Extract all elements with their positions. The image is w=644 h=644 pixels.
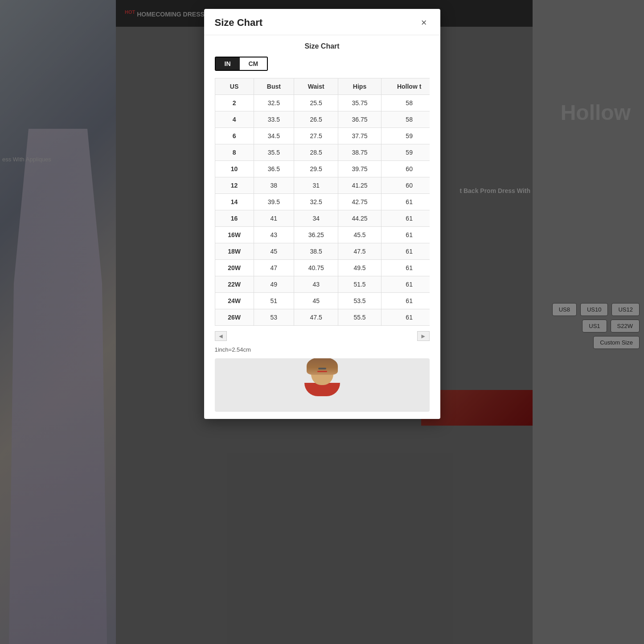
size-table: US Bust Waist Hips Hollow t 2 32.5 25.5 …: [215, 78, 430, 326]
cell-us: 14: [215, 194, 254, 210]
table-row: 22W 49 43 51.5 61: [215, 276, 430, 293]
cell-us: 16: [215, 210, 254, 227]
table-row: 18W 45 38.5 47.5 61: [215, 243, 430, 260]
conversion-note: 1inch=2.54cm: [204, 343, 440, 358]
cell-waist: 45: [294, 293, 338, 309]
cell-hips: 51.5: [338, 276, 381, 293]
modal-header: Size Chart ×: [204, 9, 440, 35]
cell-hips: 55.5: [338, 309, 381, 326]
cell-hips: 35.75: [338, 95, 381, 111]
size-chart-modal: Size Chart × Size Chart IN CM US: [204, 9, 440, 419]
cell-waist: 36.25: [294, 227, 338, 243]
cell-bust: 47: [254, 260, 294, 276]
cell-bust: 33.5: [254, 111, 294, 128]
cell-bust: 49: [254, 276, 294, 293]
cell-us: 18W: [215, 243, 254, 260]
cell-us: 20W: [215, 260, 254, 276]
cell-bust: 32.5: [254, 95, 294, 111]
modal-close-button[interactable]: ×: [418, 17, 430, 29]
cell-waist: 34: [294, 210, 338, 227]
table-row: 14 39.5 32.5 42.75 61: [215, 194, 430, 210]
cell-hollow: 61: [381, 309, 429, 326]
cell-hips: 41.25: [338, 177, 381, 194]
cell-hollow: 58: [381, 95, 429, 111]
cell-waist: 32.5: [294, 194, 338, 210]
cell-bust: 36.5: [254, 161, 294, 177]
cell-hollow: 61: [381, 260, 429, 276]
cell-bust: 43: [254, 227, 294, 243]
cell-bust: 41: [254, 210, 294, 227]
unit-in-button[interactable]: IN: [216, 57, 240, 70]
cell-hollow: 60: [381, 177, 429, 194]
cell-hollow: 61: [381, 293, 429, 309]
cell-hips: 45.5: [338, 227, 381, 243]
cell-waist: 47.5: [294, 309, 338, 326]
cell-waist: 27.5: [294, 128, 338, 144]
cell-us: 22W: [215, 276, 254, 293]
table-row: 24W 51 45 53.5 61: [215, 293, 430, 309]
cell-us: 12: [215, 177, 254, 194]
cell-waist: 43: [294, 276, 338, 293]
cell-us: 26W: [215, 309, 254, 326]
cell-bust: 34.5: [254, 128, 294, 144]
cell-waist: 25.5: [294, 95, 338, 111]
cell-bust: 51: [254, 293, 294, 309]
chart-section-title: Size Chart: [215, 42, 430, 50]
cell-us: 10: [215, 161, 254, 177]
cell-hips: 53.5: [338, 293, 381, 309]
cell-hollow: 59: [381, 128, 429, 144]
chart-section: Size Chart IN CM US Bust Waist: [204, 35, 440, 343]
table-row: 4 33.5 26.5 36.75 58: [215, 111, 430, 128]
table-row: 8 35.5 28.5 38.75 59: [215, 144, 430, 161]
model-head: [311, 361, 333, 385]
table-row: 20W 47 40.75 49.5 61: [215, 260, 430, 276]
model-face: [311, 361, 333, 372]
cell-hollow: 60: [381, 161, 429, 177]
scroll-left-arrow[interactable]: ◄: [215, 331, 227, 341]
cell-hips: 37.75: [338, 128, 381, 144]
cell-waist: 29.5: [294, 161, 338, 177]
cell-hips: 42.75: [338, 194, 381, 210]
cell-waist: 31: [294, 177, 338, 194]
cell-bust: 35.5: [254, 144, 294, 161]
cell-hips: 38.75: [338, 144, 381, 161]
cell-hips: 47.5: [338, 243, 381, 260]
unit-cm-button[interactable]: CM: [240, 57, 267, 70]
col-header-waist: Waist: [294, 78, 338, 95]
table-row: 10 36.5 29.5 39.75 60: [215, 161, 430, 177]
scroll-arrows: ◄ ►: [215, 329, 430, 343]
cell-hollow: 59: [381, 144, 429, 161]
cell-us: 4: [215, 111, 254, 128]
modal-title: Size Chart: [215, 17, 263, 29]
cell-hips: 44.25: [338, 210, 381, 227]
col-header-bust: Bust: [254, 78, 294, 95]
cell-hollow: 61: [381, 227, 429, 243]
cell-hollow: 61: [381, 210, 429, 227]
cell-hollow: 61: [381, 194, 429, 210]
scroll-right-arrow[interactable]: ►: [417, 331, 430, 341]
cell-hips: 36.75: [338, 111, 381, 128]
cell-bust: 38: [254, 177, 294, 194]
cell-us: 24W: [215, 293, 254, 309]
modal-body[interactable]: Size Chart IN CM US Bust Waist: [204, 35, 440, 419]
table-row: 16W 43 36.25 45.5 61: [215, 227, 430, 243]
cell-us: 6: [215, 128, 254, 144]
cell-hollow: 61: [381, 276, 429, 293]
table-row: 16 41 34 44.25 61: [215, 210, 430, 227]
cell-hollow: 61: [381, 243, 429, 260]
table-row: 12 38 31 41.25 60: [215, 177, 430, 194]
cell-waist: 38.5: [294, 243, 338, 260]
cell-bust: 53: [254, 309, 294, 326]
cell-us: 16W: [215, 227, 254, 243]
size-table-wrapper[interactable]: US Bust Waist Hips Hollow t 2 32.5 25.5 …: [215, 78, 430, 326]
cell-waist: 28.5: [294, 144, 338, 161]
col-header-us: US: [215, 78, 254, 95]
cell-hips: 39.75: [338, 161, 381, 177]
table-row: 6 34.5 27.5 37.75 59: [215, 128, 430, 144]
table-row: 26W 53 47.5 55.5 61: [215, 309, 430, 326]
cell-hollow: 58: [381, 111, 429, 128]
cell-bust: 45: [254, 243, 294, 260]
col-header-hollow: Hollow t: [381, 78, 429, 95]
cell-us: 8: [215, 144, 254, 161]
modal-overlay: Size Chart × Size Chart IN CM US: [0, 0, 644, 644]
